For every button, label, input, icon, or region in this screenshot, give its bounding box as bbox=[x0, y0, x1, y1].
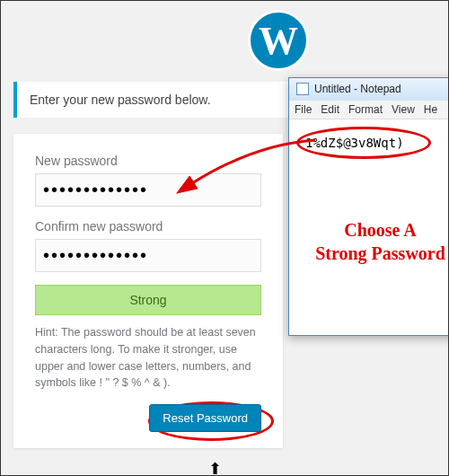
notepad-title-text: Untitled - Notepad bbox=[314, 83, 401, 95]
confirm-password-input[interactable] bbox=[35, 239, 261, 272]
menu-format[interactable]: Format bbox=[348, 103, 383, 116]
notepad-content-area[interactable]: 1%dZ$@3v8Wqt) Choose A Strong Password bbox=[289, 119, 449, 335]
confirm-password-label: Confirm new password bbox=[35, 219, 261, 234]
notepad-menubar[interactable]: File Edit Format View He bbox=[289, 100, 449, 119]
menu-edit[interactable]: Edit bbox=[321, 103, 339, 116]
notepad-window: Untitled - Notepad File Edit Format View… bbox=[288, 77, 449, 336]
new-password-input[interactable] bbox=[35, 173, 261, 207]
wordpress-logo: W bbox=[248, 10, 309, 71]
annotation-caption: Choose A Strong Password bbox=[289, 218, 449, 265]
menu-view[interactable]: View bbox=[392, 103, 415, 116]
password-hint: Hint: The password should be at least se… bbox=[35, 324, 261, 392]
new-password-label: New password bbox=[35, 154, 261, 168]
menu-help[interactable]: He bbox=[424, 103, 437, 116]
password-strength-meter: Strong bbox=[35, 285, 261, 315]
reset-password-button[interactable]: Reset Password bbox=[149, 404, 261, 432]
notepad-titlebar[interactable]: Untitled - Notepad bbox=[289, 78, 449, 100]
cursor-icon: ⬆ bbox=[208, 459, 222, 476]
reset-password-form: New password Confirm new password Strong… bbox=[13, 134, 283, 448]
menu-file[interactable]: File bbox=[295, 103, 312, 116]
example-password-text: 1%dZ$@3v8Wqt) bbox=[305, 136, 404, 150]
notepad-app-icon bbox=[296, 83, 309, 95]
